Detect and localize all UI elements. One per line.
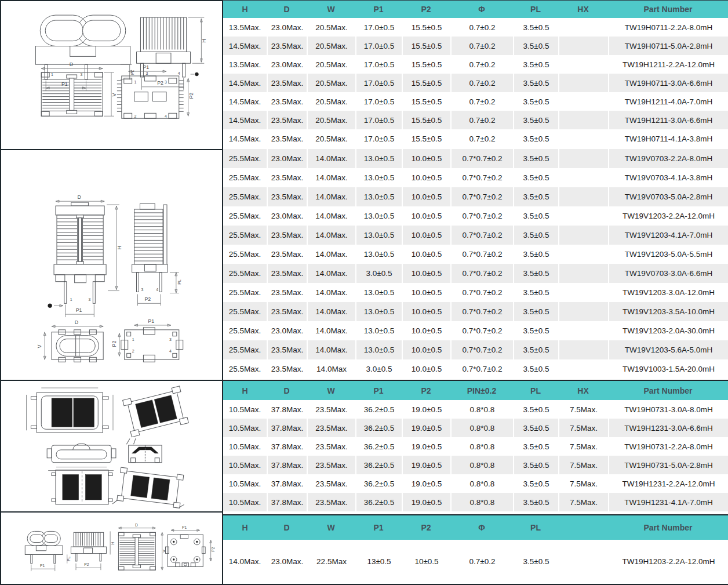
table-cell: 3.5±0.5: [513, 55, 558, 74]
p1-dim-label: P1: [76, 307, 82, 313]
p2-dim-label: P2: [144, 296, 151, 302]
side-view: 3 4 P2 PL: [132, 204, 181, 306]
table-cell: 37.8Max.: [267, 400, 307, 419]
table-cell: 13.5Max.: [223, 55, 267, 74]
table-cell: 36.2±0.5: [355, 419, 402, 437]
table-row: 25.5Max.23.5Max.14.0Max3.0±0.510.0±0.50.…: [223, 359, 728, 379]
header-row: HDWP1P2PIN±0.2PLHXPart Number: [223, 381, 728, 400]
table-cell: 3.5±0.5: [513, 206, 558, 226]
section-smd-type: HDWP1P2PIN±0.2PLHXPart Number 10.5Max.37…: [223, 380, 728, 511]
smd-choke-drawing: [1, 381, 222, 511]
table-cell: 14.0Max: [307, 359, 355, 379]
table-cell: 17.0±0.5: [355, 111, 402, 129]
table-cell: 0.7*0.7±0.2: [450, 187, 513, 206]
table-cell: 0.8*0.8: [450, 437, 513, 456]
d-dim-label: D: [70, 61, 73, 67]
header-row: HDWP1P2ΦPLPart Number: [223, 515, 728, 540]
table-cell: 7.5Max.: [558, 400, 608, 419]
p1-dim-label: P1: [182, 525, 187, 529]
p2-dim-label: P2: [84, 562, 89, 566]
table-cell: TW19H1231-3.0A-6.6mH: [608, 419, 728, 437]
table-cell: 7.5Max.: [558, 437, 608, 456]
table-cell: 0.7±0.2: [450, 18, 513, 37]
column-header: W: [307, 515, 355, 540]
h-dim-label: H: [201, 39, 207, 42]
table-cell: 0.7±0.2: [450, 92, 513, 111]
table-cell: 3.5±0.5: [513, 302, 558, 321]
table-cell: 23.0Max.: [267, 55, 307, 74]
table-cell: [558, 245, 608, 264]
table-cell: 10.5Max.: [223, 400, 267, 419]
table-cell: 0.7±0.2: [450, 540, 513, 583]
table-cell: 0.7*0.7±0.2: [450, 359, 513, 379]
table-cell: 19.0±0.5: [402, 437, 450, 456]
table-cell: 14.5Max.: [223, 129, 267, 148]
p1-dim-label: P1: [40, 564, 45, 568]
table-cell: 25.5Max.: [223, 321, 267, 340]
table-cell: 13.0±0.5: [355, 302, 402, 321]
table-cell: [558, 55, 608, 74]
table-cell: 7.5Max.: [558, 419, 608, 437]
table-cell: 10.0±0.5: [402, 340, 450, 359]
table-cell: 14.0Max.: [307, 226, 355, 245]
table-row: 25.5Max.23.5Max.14.0Max.13.0±0.510.0±0.5…: [223, 302, 728, 321]
pin-label: 3: [141, 288, 143, 292]
end-view: [129, 445, 162, 463]
drawing-panel-vertical-choke: D: [0, 149, 223, 380]
pad-label: 2: [132, 349, 134, 353]
top-view: [27, 388, 113, 433]
drawing-panel-horizontal-choke: 1 3 P1 PL: [0, 0, 223, 149]
table-cell: 15.5±0.5: [402, 37, 450, 55]
column-header: W: [307, 1, 355, 18]
table-cell: 23.5Max.: [307, 419, 355, 437]
table-cell: 3.5±0.5: [513, 226, 558, 245]
table-cell: TW19H0731-3.0A-8.0mH: [608, 400, 728, 419]
table-row: 10.5Max.37.8Max.23.5Max.36.2±0.519.0±0.5…: [223, 456, 728, 474]
table-cell: [558, 92, 608, 111]
table-cell: 3.5±0.5: [513, 283, 558, 302]
table-cell: [558, 149, 608, 168]
table-cell: 0.7*0.7±0.2: [450, 226, 513, 245]
table-cell: 0.7±0.2: [450, 111, 513, 129]
isometric-view: [116, 386, 190, 446]
table-cell: 13.0±0.5: [355, 321, 402, 340]
section-vertical-type: 25.5Max.23.0Max.14.0Max.13.0±0.510.0±0.5…: [223, 149, 728, 380]
table-cell: 3.5±0.5: [513, 187, 558, 206]
table-cell: 23.5Max.: [307, 456, 355, 474]
table-cell: 17.0±0.5: [355, 74, 402, 92]
table-cell: 15.5±0.5: [402, 55, 450, 74]
table-cell: 37.8Max.: [267, 419, 307, 437]
column-header: P2: [402, 381, 450, 400]
table-cell: 20.5Max.: [307, 37, 355, 55]
table-cell: [558, 111, 608, 129]
pl-dim-label: PL: [177, 279, 181, 285]
table-row: 14.5Max.23.5Max.20.5Max.17.0±0.515.5±0.5…: [223, 111, 728, 129]
table-cell: 13.0±0.5: [355, 206, 402, 226]
section-compact-type: HDWP1P2ΦPLPart Number 14.0Max.23.0Max.22…: [223, 511, 728, 584]
table-cell: 13.0±0.5: [355, 245, 402, 264]
column-header: H: [223, 1, 267, 18]
table-cell: 25.5Max.: [223, 340, 267, 359]
table-cell: 20.5Max.: [307, 129, 355, 148]
table-cell: 3.5±0.5: [513, 437, 558, 456]
table-cell: 3.5±0.5: [513, 474, 558, 493]
table-cell: 14.0Max.: [307, 264, 355, 283]
side-view: [47, 444, 116, 471]
drawing-panel-compact-choke: P1 PL: [0, 511, 223, 585]
table-cell: 0.7*0.7±0.2: [450, 264, 513, 283]
table-cell: 3.5±0.5: [513, 359, 558, 379]
table-cell: [558, 321, 608, 340]
table-cell: [558, 283, 608, 302]
table-cell: TW19V1203-5.6A-5.0mH: [608, 340, 728, 359]
table-cell: 3.5±0.5: [513, 400, 558, 419]
front-view: D: [48, 194, 122, 317]
column-header: P2: [402, 1, 450, 18]
table-cell: 3.5±0.5: [513, 419, 558, 437]
table-cell: 23.5Max.: [267, 359, 307, 379]
pad-label: 1: [132, 337, 134, 341]
table-cell: 10.0±0.5: [402, 226, 450, 245]
column-header: Part Number: [608, 515, 728, 540]
pin-label: 4: [156, 288, 158, 292]
table-cell: [558, 18, 608, 37]
pad-label: 4: [165, 114, 167, 118]
